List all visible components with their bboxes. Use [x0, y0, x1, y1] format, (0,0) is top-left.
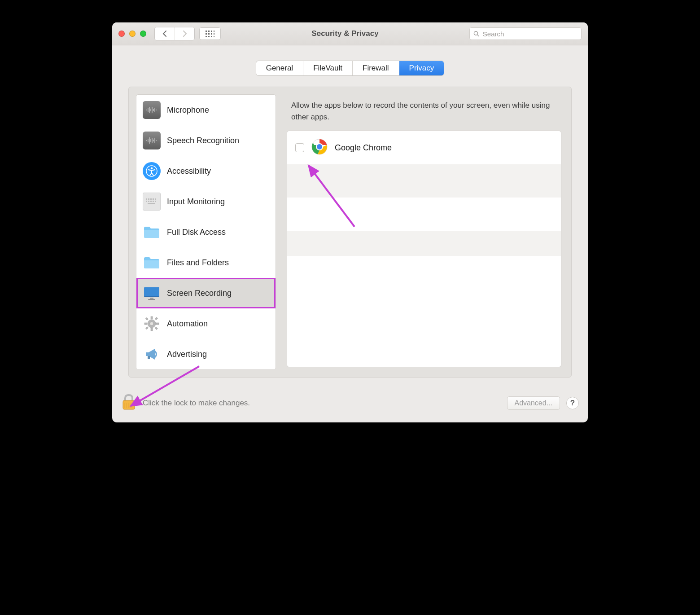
svg-rect-35: [153, 198, 154, 200]
svg-rect-38: [148, 201, 149, 202]
app-checkbox[interactable]: [295, 143, 304, 152]
chevron-right-icon: [183, 31, 187, 37]
footer: Click the lock to make changes. Advanced…: [112, 385, 588, 422]
keyboard-icon: [143, 193, 161, 211]
help-button[interactable]: ?: [566, 397, 579, 409]
titlebar: Security & Privacy: [112, 22, 588, 45]
app-row[interactable]: Google Chrome: [287, 131, 561, 164]
svg-rect-39: [150, 201, 152, 202]
sidebar-item-label: Accessibility: [167, 167, 211, 176]
sidebar-item-label: Screen Recording: [167, 289, 232, 298]
sidebar-item-label: Input Monitoring: [167, 197, 225, 206]
svg-rect-5: [208, 33, 210, 35]
svg-rect-3: [214, 31, 214, 32]
svg-rect-52: [145, 317, 148, 320]
svg-rect-0: [206, 31, 207, 32]
chrome-icon: [311, 139, 328, 157]
lock-icon[interactable]: [121, 394, 136, 413]
minimize-window-button[interactable]: [129, 31, 136, 37]
app-row-empty: [287, 198, 561, 231]
svg-rect-11: [214, 36, 214, 37]
grid-icon: [206, 31, 214, 37]
svg-line-13: [477, 35, 479, 36]
sidebar-item-files-and-folders[interactable]: Files and Folders: [136, 247, 276, 278]
sidebar-item-label: Microphone: [167, 105, 209, 115]
sidebar-item-advertising[interactable]: Advertising: [136, 339, 276, 369]
svg-rect-4: [206, 33, 207, 35]
advanced-button[interactable]: Advanced...: [507, 396, 560, 410]
sidebar-item-label: Full Disk Access: [167, 228, 226, 237]
sidebar-item-accessibility[interactable]: Accessibility: [136, 156, 276, 186]
tabs-row: General FileVault Firewall Privacy: [128, 61, 572, 76]
monitor-icon: [143, 284, 161, 302]
sidebar-item-input-monitoring[interactable]: Input Monitoring: [136, 186, 276, 217]
nav-back-forward: [154, 27, 195, 40]
gear-icon: [143, 315, 161, 333]
show-all-button[interactable]: [199, 27, 221, 40]
tab-strip: General FileVault Firewall Privacy: [256, 61, 445, 76]
svg-point-12: [474, 31, 477, 35]
forward-button[interactable]: [175, 27, 194, 40]
tab-firewall[interactable]: Firewall: [352, 61, 399, 75]
svg-rect-49: [151, 328, 153, 331]
sidebar-item-microphone[interactable]: Microphone: [136, 95, 276, 125]
svg-rect-2: [211, 31, 212, 32]
tab-privacy[interactable]: Privacy: [399, 61, 444, 75]
sidebar-item-screen-recording[interactable]: Screen Recording: [136, 278, 276, 308]
search-icon: [473, 31, 479, 37]
app-name: Google Chrome: [335, 143, 392, 153]
svg-rect-50: [144, 323, 147, 325]
zoom-window-button[interactable]: [140, 31, 146, 37]
microphone-icon: [143, 101, 161, 119]
tab-filevault[interactable]: FileVault: [303, 61, 352, 75]
svg-rect-41: [155, 201, 156, 202]
svg-rect-45: [150, 298, 153, 299]
svg-rect-6: [211, 33, 212, 35]
sidebar-item-automation[interactable]: Automation: [136, 308, 276, 339]
svg-rect-34: [150, 198, 152, 200]
sidebar-item-label: Automation: [167, 319, 208, 329]
app-list[interactable]: Google Chrome: [287, 131, 561, 367]
tab-general[interactable]: General: [256, 61, 303, 75]
app-row-empty: [287, 164, 561, 198]
svg-rect-55: [145, 326, 148, 329]
sidebar-item-speech-recognition[interactable]: Speech Recognition: [136, 125, 276, 156]
svg-rect-54: [155, 317, 158, 320]
sidebar-item-label: Speech Recognition: [167, 136, 239, 145]
accessibility-icon: [143, 162, 161, 180]
search-input[interactable]: [482, 30, 578, 38]
svg-rect-46: [148, 299, 155, 300]
close-window-button[interactable]: [118, 31, 125, 37]
sidebar-item-full-disk-access[interactable]: Full Disk Access: [136, 217, 276, 247]
svg-point-60: [317, 144, 322, 149]
privacy-panel: Microphone Speech Recognition Accessibil…: [128, 87, 572, 378]
svg-rect-57: [148, 356, 150, 359]
privacy-description: Allow the apps below to record the conte…: [287, 99, 561, 131]
svg-rect-8: [206, 36, 207, 37]
svg-rect-37: [146, 201, 147, 202]
svg-rect-7: [214, 33, 214, 35]
svg-rect-9: [208, 36, 210, 37]
privacy-sidebar[interactable]: Microphone Speech Recognition Accessibil…: [136, 94, 276, 370]
privacy-detail: Allow the apps below to record the conte…: [284, 94, 564, 370]
svg-rect-48: [151, 316, 153, 319]
svg-rect-40: [153, 201, 154, 202]
folder-icon: [143, 223, 161, 241]
content-area: General FileVault Firewall Privacy Micro…: [112, 45, 588, 385]
svg-point-31: [151, 167, 153, 170]
speech-icon: [143, 132, 161, 149]
preferences-window: Security & Privacy General FileVault Fir…: [112, 22, 588, 422]
search-field-wrap[interactable]: [469, 27, 582, 40]
sidebar-item-label: Files and Folders: [167, 258, 229, 268]
lock-hint-text: Click the lock to make changes.: [143, 399, 250, 408]
svg-rect-44: [144, 287, 159, 296]
svg-rect-36: [155, 198, 156, 200]
svg-rect-51: [156, 323, 159, 325]
chevron-left-icon: [162, 31, 167, 37]
window-controls: [118, 31, 146, 37]
folder-icon: [143, 254, 161, 272]
back-button[interactable]: [155, 27, 175, 40]
svg-rect-53: [155, 327, 158, 329]
sidebar-item-label: Advertising: [167, 350, 207, 359]
svg-rect-33: [148, 198, 149, 200]
